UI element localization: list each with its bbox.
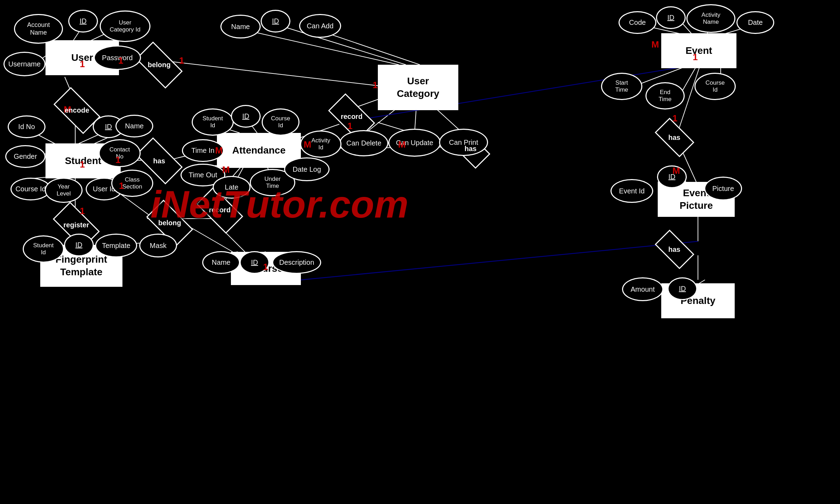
attr-uc-candelete: Can Delete [339, 130, 388, 156]
svg-line-4 [320, 31, 420, 65]
attr-event-courseid: CourseId [694, 73, 736, 100]
attr-penalty-id: ID [668, 277, 697, 300]
card-student-has: 1 [115, 155, 120, 165]
attr-fp-studentid: StudentId [23, 235, 64, 263]
attr-event-starttime: StartTime [601, 73, 642, 100]
card-student-reg: 1 [80, 206, 85, 216]
rel-has4: has [654, 237, 694, 262]
attr-att-datelog: Date Log [284, 157, 330, 181]
attr-uc-canprint: Can Print [439, 129, 488, 156]
attr-uc-id: ID [261, 10, 290, 33]
attr-penalty-amount: Amount [622, 277, 663, 301]
card-student-classsec: 1 [119, 180, 124, 191]
card-user-belong: 1 [118, 55, 123, 66]
attr-fp-mask: Mask [139, 234, 177, 257]
card-student-1: 1 [80, 159, 85, 170]
card-user-encode: 1 [80, 59, 85, 70]
svg-line-3 [276, 24, 406, 65]
attr-event-id: ID [656, 6, 686, 29]
card-course-1: 1 [263, 262, 268, 272]
attr-event-endtime: EndTime [645, 82, 685, 109]
attr-ep-picture: Picture [704, 177, 742, 200]
svg-line-7 [434, 107, 462, 132]
attr-uc-canadd: Can Add [299, 14, 341, 38]
attr-username: Username [3, 52, 45, 76]
card-ep-m: M [672, 165, 680, 176]
attr-uc-canupdate: Can Update [388, 129, 441, 157]
attr-uc-name: Name [220, 15, 261, 38]
card-att-actid-m: M [304, 139, 311, 150]
rel-has3: has [654, 125, 694, 150]
card-event-has-1: 1 [672, 113, 677, 124]
svg-line-67 [266, 241, 698, 283]
attr-student-gender: Gender [5, 145, 45, 168]
attr-att-late: Late [213, 176, 250, 199]
card-event-m: M [651, 39, 659, 50]
attr-student-yearlevel: YearLevel [45, 178, 83, 203]
rel-has1: has [138, 149, 180, 173]
card-usercat-1: 1 [373, 80, 377, 91]
attr-account-name: AccountName [14, 14, 63, 44]
attr-user-category-id: UserCategory Id [100, 10, 150, 42]
attr-course-name: Name [202, 251, 240, 274]
attr-course-description: Description [272, 251, 321, 274]
card-has2-m: M [398, 139, 406, 150]
card-event-1: 1 [693, 52, 698, 63]
attr-att-studentid: StudentId [192, 108, 234, 136]
svg-line-1 [168, 61, 378, 86]
attr-event-code: Code [619, 11, 656, 34]
card-att-m2: M [222, 164, 230, 175]
attr-att-id: ID [231, 105, 261, 128]
attr-ep-eventid: Event Id [610, 179, 653, 203]
attr-user-id: ID [68, 10, 98, 33]
entity-event: Event [661, 33, 736, 68]
rel-belong2: belong [147, 210, 192, 236]
attr-fp-id: ID [64, 234, 94, 256]
card-record-1: 1 [347, 121, 352, 132]
rel-belong1: belong [136, 52, 182, 78]
card-has-att-m: M [215, 145, 223, 156]
attr-fp-template: Template [95, 234, 137, 257]
attr-student-name: Name [115, 115, 153, 137]
attr-password: Password [94, 45, 141, 70]
rel-record2: record [197, 197, 242, 223]
attr-event-date: Date [736, 11, 774, 34]
rel-encode: encode [54, 97, 100, 123]
entity-user-category: UserCategory [378, 65, 458, 110]
attr-event-activityname: ActivityName [686, 4, 735, 33]
attr-student-classsection: ClassSection [111, 170, 153, 197]
attr-att-courseid: CourseId [262, 108, 299, 136]
attr-ep-id: ID [657, 165, 687, 188]
attr-student-idno: Id No [8, 115, 45, 138]
card-belong-usercat: 1 [179, 55, 184, 66]
